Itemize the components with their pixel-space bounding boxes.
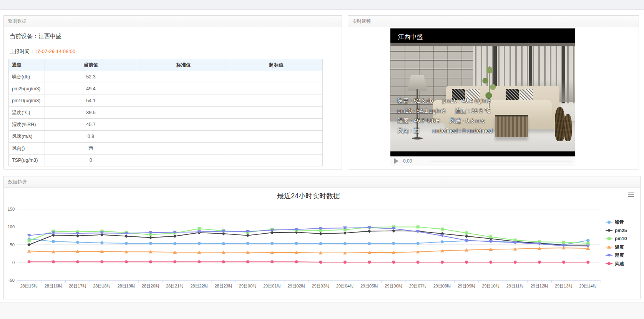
monitor-panel-title: 监测数据 bbox=[4, 16, 342, 27]
series-风速 bbox=[28, 260, 590, 264]
table-row: 湿度(%RH)45.7 bbox=[9, 119, 323, 131]
channel-table: 通道当前值标准值超标值 噪音(db)52.3pm25(ug/m3)49.4pm1… bbox=[8, 59, 323, 166]
table-cell-standard bbox=[137, 119, 230, 131]
column-header: 超标值 bbox=[230, 59, 323, 71]
table-cell-current: 0.8 bbox=[45, 131, 137, 143]
svg-text:29日06时: 29日06时 bbox=[385, 284, 402, 288]
svg-text:29日11时: 29日11时 bbox=[506, 284, 524, 288]
column-header: 通道 bbox=[9, 59, 45, 71]
sensor-overlay-line: pm10 : 54.1 ug/m3 温度 : 39.5 ℃ bbox=[397, 106, 493, 116]
photo-pillow bbox=[520, 89, 533, 100]
svg-text:29日14时: 29日14时 bbox=[579, 284, 597, 288]
report-time-label: 上报时间： bbox=[10, 48, 35, 54]
table-cell-channel: 风速(m/s) bbox=[9, 131, 45, 143]
table-cell-current: 39.5 bbox=[45, 107, 137, 119]
sensor-overlay-text: 噪音 : 52.3 db pm25 : 49.4 ug/m3pm10 : 54.… bbox=[397, 96, 493, 136]
photo-floor-lamp-base bbox=[412, 137, 423, 140]
legend-item-噪音[interactable]: 噪音 bbox=[606, 219, 624, 225]
monitor-data-panel: 监测数据 当前设备：江西中盛 上报时间：17-07-29 14:08:00 通道… bbox=[3, 15, 342, 169]
svg-text:29日07时: 29日07时 bbox=[409, 284, 427, 288]
svg-text:噪音: 噪音 bbox=[615, 219, 624, 225]
table-row: 风速(m/s)0.8 bbox=[9, 131, 323, 143]
svg-text:28日15时: 28日15时 bbox=[20, 284, 38, 288]
report-time-line: 上报时间：17-07-29 14:08:00 bbox=[8, 44, 337, 59]
table-row: 噪音(db)52.3 bbox=[9, 71, 323, 83]
page-footer-band bbox=[0, 302, 644, 319]
current-device-line: 当前设备：江西中盛 bbox=[8, 30, 337, 44]
table-row: 温度(℃)39.5 bbox=[9, 107, 323, 119]
video-time: 0:00 bbox=[403, 158, 412, 164]
svg-text:28日16时: 28日16时 bbox=[45, 284, 62, 288]
svg-text:温度: 温度 bbox=[615, 244, 624, 250]
svg-text:pm10: pm10 bbox=[615, 236, 627, 241]
svg-text:28日18时: 28日18时 bbox=[93, 284, 111, 288]
table-cell-exceed bbox=[230, 131, 323, 143]
table-cell-standard bbox=[137, 131, 230, 143]
legend-item-pm25[interactable]: pm25 bbox=[606, 228, 627, 233]
table-cell-exceed bbox=[230, 143, 323, 155]
svg-text:29日12时: 29日12时 bbox=[531, 284, 548, 288]
trend-panel-title: 数据趋势 bbox=[4, 176, 640, 188]
svg-text:29日10时: 29日10时 bbox=[482, 284, 500, 288]
svg-text:100: 100 bbox=[8, 224, 15, 229]
table-cell-standard bbox=[137, 71, 230, 83]
table-cell-channel: 温度(℃) bbox=[9, 107, 45, 119]
channel-table-header-row: 通道当前值标准值超标值 bbox=[9, 59, 323, 71]
chart-menu-icon[interactable] bbox=[628, 193, 634, 197]
realtime-video-panel: 实时视频 江西中盛 噪音 bbox=[348, 15, 639, 169]
trend-line-chart: 150100500-5028日15时28日16时28日17时28日18时28日1… bbox=[4, 188, 640, 299]
browser-top-strip bbox=[0, 0, 644, 10]
table-cell-channel: 湿度(%RH) bbox=[9, 119, 45, 131]
photo-vase bbox=[564, 114, 572, 141]
table-cell-channel: 风向() bbox=[9, 143, 45, 155]
data-trend-panel: 数据趋势 150100500-5028日15时28日16时28日17时28日18… bbox=[3, 176, 641, 299]
series-温度 bbox=[27, 246, 590, 254]
table-cell-current: 52.3 bbox=[45, 71, 137, 83]
table-cell-standard bbox=[137, 83, 230, 95]
video-bottom-bar bbox=[390, 151, 575, 156]
table-cell-channel: TSP(ug/m3) bbox=[9, 155, 45, 166]
video-panel-title: 实时视频 bbox=[348, 16, 639, 27]
table-cell-standard bbox=[137, 95, 230, 107]
legend-item-风速[interactable]: 风速 bbox=[606, 261, 624, 266]
table-cell-channel: pm25(ug/m3) bbox=[9, 83, 45, 95]
svg-text:28日19时: 28日19时 bbox=[117, 284, 135, 288]
table-cell-channel: 噪音(db) bbox=[9, 71, 45, 83]
report-time-value: 17-07-29 14:08:00 bbox=[35, 48, 75, 54]
svg-text:28日17时: 28日17时 bbox=[69, 284, 86, 288]
table-cell-current: 西 bbox=[45, 143, 137, 155]
video-stream-title: 江西中盛 bbox=[398, 33, 423, 41]
table-cell-exceed bbox=[230, 119, 323, 131]
sensor-overlay-line: 风向 : 西 undefined : 0 undefined bbox=[397, 126, 493, 136]
table-row: TSP(ug/m3)0 bbox=[9, 155, 323, 166]
video-progress-track[interactable] bbox=[431, 161, 572, 161]
svg-text:150: 150 bbox=[8, 207, 15, 211]
legend-item-湿度[interactable]: 湿度 bbox=[606, 253, 624, 258]
svg-text:28日22时: 28日22时 bbox=[190, 284, 208, 288]
table-cell-channel: pm10(ug/m3) bbox=[9, 95, 45, 107]
svg-text:风速: 风速 bbox=[614, 261, 624, 266]
legend-item-pm10[interactable]: pm10 bbox=[606, 236, 627, 241]
svg-text:最近24小时实时数据: 最近24小时实时数据 bbox=[277, 192, 340, 200]
photo-coffee-table bbox=[495, 115, 528, 137]
svg-text:-50: -50 bbox=[8, 278, 15, 282]
table-row: 风向()西 bbox=[9, 143, 323, 155]
svg-text:pm25: pm25 bbox=[615, 228, 627, 233]
table-cell-standard bbox=[137, 155, 230, 166]
table-cell-current: 45.7 bbox=[45, 119, 137, 131]
svg-text:湿度: 湿度 bbox=[614, 253, 624, 258]
video-title-bar: 江西中盛 bbox=[390, 28, 575, 43]
photo-pillow bbox=[506, 89, 519, 100]
svg-text:29日09时: 29日09时 bbox=[458, 284, 475, 288]
table-cell-exceed bbox=[230, 155, 323, 166]
svg-text:28日21时: 28日21时 bbox=[166, 284, 184, 288]
sensor-overlay-line: 噪音 : 52.3 db pm25 : 49.4 ug/m3 bbox=[397, 96, 493, 106]
svg-text:28日23时: 28日23时 bbox=[214, 284, 232, 288]
photo-vase bbox=[555, 107, 565, 141]
play-icon[interactable] bbox=[394, 158, 398, 164]
legend-item-温度[interactable]: 温度 bbox=[606, 244, 624, 250]
column-header: 标准值 bbox=[137, 59, 230, 71]
svg-text:29日00时: 29日00时 bbox=[239, 284, 257, 288]
table-row: pm25(ug/m3)49.4 bbox=[9, 83, 323, 95]
svg-text:29日02时: 29日02时 bbox=[287, 284, 305, 288]
